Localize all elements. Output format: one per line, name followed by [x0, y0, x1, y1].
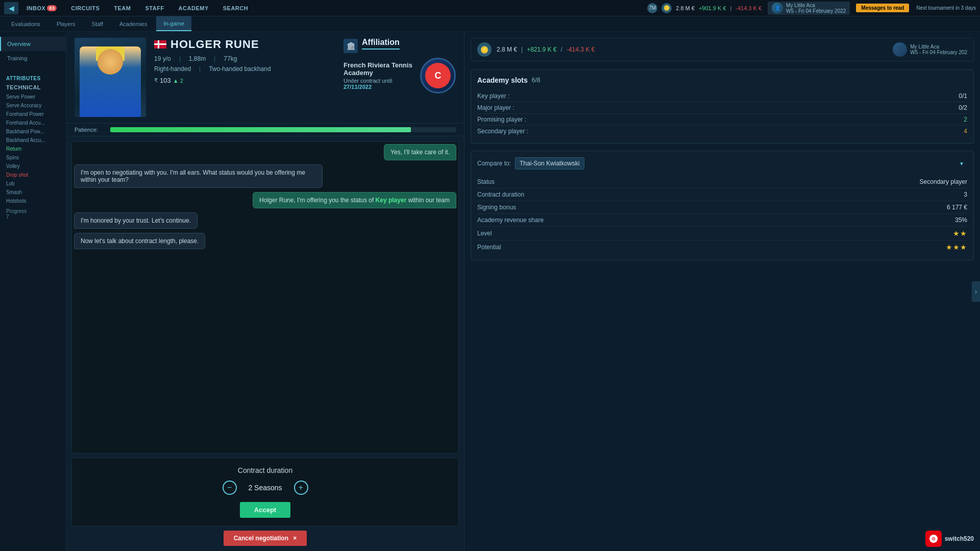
chevron-right-icon: › — [975, 288, 977, 295]
tm-badge: 7M — [647, 3, 657, 13]
player-rating-change: ▲ 2 — [173, 78, 183, 84]
player-panel: HOLGER RUNE 19 y/o | 1,88m | 77kg Right-… — [66, 32, 464, 551]
decrease-seasons-button[interactable]: − — [223, 481, 237, 495]
contract-stepper: − 2 Seasons + — [80, 481, 450, 495]
right-income: +821.9 K € — [527, 46, 556, 53]
search-nav-item[interactable]: SEARCH — [217, 0, 254, 16]
player-name: HOLGER RUNE — [170, 38, 259, 51]
messages-button[interactable]: Messages to read — [856, 4, 909, 12]
left-sidebar: Overview Training ATTRIBUTES Technical S… — [0, 32, 66, 551]
profile-date: W5 - Fri 04 February 2022 — [786, 8, 846, 14]
patience-bar-fill — [110, 127, 411, 132]
skill-lob[interactable]: Lob — [0, 179, 66, 188]
chat-message-received-1: I'm open to negotiating with you. I'm al… — [74, 164, 323, 188]
player-hand: Right-handed — [154, 65, 191, 73]
slot-row-secondary: Secondary player : 4 — [477, 126, 967, 137]
skill-serve-power[interactable]: Serve Power — [0, 92, 66, 101]
tab-staff[interactable]: Staff — [85, 16, 110, 31]
chat-message-received-2: I'm honored by your trust. Let's continu… — [74, 212, 198, 229]
chat-area: Yes, I'll take care of it. I'm open to n… — [66, 136, 464, 551]
increase-seasons-button[interactable]: + — [294, 481, 308, 495]
skill-backhand-accuracy[interactable]: Backhand Accu... — [0, 136, 66, 145]
level-label: Level — [477, 230, 492, 237]
major-player-slot-label: Major player : — [477, 104, 514, 111]
contract-duration-title: Contract duration — [80, 466, 450, 474]
chat-messages[interactable]: Yes, I'll take care of it. I'm open to n… — [71, 141, 459, 453]
compare-select-wrapper: Thai-Son Kwiatkowski ▼ — [515, 157, 967, 170]
skill-volley[interactable]: Volley — [0, 162, 66, 171]
player-avatar-background — [75, 38, 146, 117]
cancel-negotiation-button[interactable]: Cancel negotiation × — [224, 531, 307, 546]
top-navigation: ◀ INBOX 83 CIRCUITS TEAM STAFF ACADEMY S… — [0, 0, 980, 16]
expense-value: -414.3 K € — [736, 5, 762, 11]
major-player-slot-val: 0/2 — [959, 104, 967, 111]
status-label: Status — [477, 178, 495, 185]
skill-return[interactable]: Return — [0, 145, 66, 153]
right-profile-name: My Little Aca — [910, 44, 967, 50]
circuits-nav-item[interactable]: CIRCUITS — [65, 0, 106, 16]
status-value: Secondary player — [920, 178, 967, 185]
sidebar-tab-training[interactable]: Training — [0, 51, 66, 65]
staff-nav-item[interactable]: STAFF — [139, 0, 170, 16]
skill-hotshots[interactable]: Hotshots — [0, 197, 66, 205]
key-player-slot-val: 0/1 — [959, 92, 967, 100]
revenue-share-label: Academy revenue share — [477, 217, 544, 224]
contract-duration-value: 3 — [964, 191, 967, 198]
tab-academies[interactable]: Academies — [112, 16, 154, 31]
player-silhouette — [80, 46, 141, 117]
tournament-info: Next tournament in 3 days — [916, 5, 976, 11]
contract-info: Under contract until 27/11/2022 — [344, 78, 414, 90]
revenue-share-value: 35% — [955, 217, 967, 224]
profile-avatar-icon: 👤 — [772, 3, 783, 14]
player-face — [97, 49, 123, 75]
tab-evaluations[interactable]: Evaluations — [4, 16, 47, 31]
inbox-nav-item[interactable]: INBOX 83 — [20, 0, 63, 16]
key-player-highlight: Key player — [376, 197, 407, 204]
signing-bonus-value: 6 177 € — [947, 204, 967, 211]
potential-stars: ★★★ — [946, 243, 967, 251]
skill-serve-accuracy[interactable]: Serve Accuracy — [0, 101, 66, 110]
tab-players[interactable]: Players — [50, 16, 83, 31]
finance-values: 2.8 M € | +821.9 K € / -414.3 K € — [497, 46, 595, 53]
back-button[interactable]: ◀ — [4, 2, 18, 14]
chevron-down-icon: ▼ — [959, 161, 964, 166]
team-nav-item[interactable]: TEAM — [108, 0, 137, 16]
skill-forehand-accuracy[interactable]: Forehand Accu... — [0, 118, 66, 127]
stat-row-signing-bonus: Signing bonus 6 177 € — [477, 201, 967, 214]
skill-smash[interactable]: Smash — [0, 188, 66, 197]
contract-date: 27/11/2022 — [344, 84, 372, 90]
main-content: Overview Training ATTRIBUTES Technical S… — [0, 32, 980, 551]
compare-player-select[interactable]: Thai-Son Kwiatkowski — [515, 157, 584, 170]
nintendo-switch-branding: ⊙ switch520 — [925, 531, 974, 547]
denmark-flag-icon — [154, 40, 166, 49]
skill-backhand-power[interactable]: Backhand Pow... — [0, 127, 66, 136]
level-stars: ★★ — [953, 229, 967, 237]
right-profile-mini: My Little Aca W5 - Fri 04 February 202 — [893, 42, 967, 57]
profile-display[interactable]: 👤 My Little Aca W5 - Fri 04 February 202… — [768, 2, 850, 15]
player-weight: 77kg — [224, 55, 237, 62]
patience-bar-background — [110, 127, 456, 132]
secondary-player-slot-val: 4 — [964, 128, 967, 135]
skill-dropshot[interactable]: Drop shot — [0, 171, 66, 179]
skill-spins[interactable]: Spins — [0, 153, 66, 162]
patience-bar-container: Patience: — [66, 124, 464, 136]
coin-icon: 🪙 — [662, 3, 672, 13]
attributes-section-title: ATTRIBUTES — [0, 71, 66, 83]
key-player-slot-label: Key player : — [477, 92, 509, 100]
sidebar-tab-overview[interactable]: Overview — [0, 37, 66, 51]
academy-nav-item[interactable]: ACADEMY — [173, 0, 215, 16]
finance-display: 7M 🪙 2.8 M € +901.9 K € | -414.3 K € — [647, 3, 762, 13]
accept-button[interactable]: Accept — [240, 502, 290, 518]
expand-arrow-button[interactable]: › — [972, 281, 980, 302]
tab-ingame[interactable]: In-game — [156, 16, 191, 31]
technical-section-title: Technical — [0, 83, 66, 92]
chat-message-received-3: Now let's talk about contract length, pl… — [74, 233, 205, 249]
player-rating-row: ₹ 103 ▲ 2 — [154, 77, 335, 84]
stat-row-revenue-share: Academy revenue share 35% — [477, 214, 967, 227]
player-backhand: Two-handed backhand — [209, 65, 271, 73]
contract-duration-label: Contract duration — [477, 191, 524, 198]
skill-forehand-power[interactable]: Forehand Power — [0, 110, 66, 118]
compare-to-label: Compare to: — [477, 160, 511, 167]
chat-message-sent-2: Holger Rune, I'm offering you the status… — [253, 192, 456, 208]
player-rating-value: 103 — [160, 77, 171, 84]
